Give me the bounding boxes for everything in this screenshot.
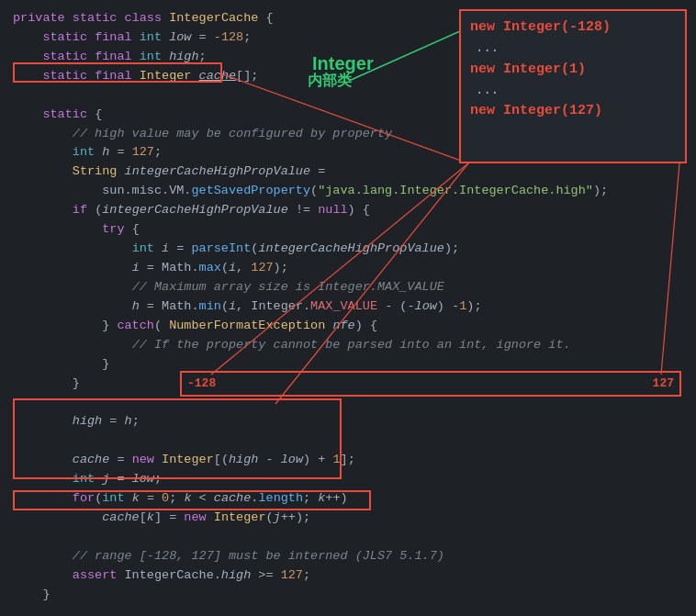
code-line-26: for(int k = 0; k < cache.length; k++)	[13, 489, 683, 509]
annotation-dots-1: ...	[476, 39, 676, 59]
code-line-13: int i = parseInt(integerCacheHighPropVal…	[13, 240, 683, 259]
code-line-14: i = Math.max(i, 127);	[13, 259, 683, 278]
code-line-27: cache[k] = new Integer(j++);	[13, 509, 683, 528]
code-line-31: }	[13, 586, 683, 605]
annotation-box: new Integer(-128) ... new Integer(1) ...…	[459, 9, 687, 163]
array-end-label: 127	[653, 375, 674, 393]
array-visual-bar: -128 127	[180, 371, 681, 397]
annotation-dots-2: ...	[476, 81, 676, 101]
code-line-10: sun.misc.VM.getSavedProperty("java.lang.…	[13, 182, 683, 201]
code-line-24: cache = new Integer[(high - low) + 1];	[13, 451, 683, 470]
annotation-line-1: new Integer(-128)	[470, 17, 676, 39]
code-container: private static class IntegerCache { stat…	[0, 0, 696, 616]
inner-class-label: 内部类	[308, 70, 352, 93]
annotation-line-3: new Integer(127)	[470, 100, 676, 122]
code-line-28	[13, 528, 683, 547]
array-start-label: -128	[187, 375, 216, 393]
code-line-12: try {	[13, 220, 683, 240]
code-line-32	[13, 605, 683, 616]
code-line-29: // range [-128, 127] must be interned (J…	[13, 547, 683, 566]
code-line-18: // If the property cannot be parsed into…	[13, 336, 683, 355]
code-line-9: String integerCacheHighPropValue =	[13, 162, 683, 182]
code-line-15: // Maximum array size is Integer.MAX_VAL…	[13, 278, 683, 297]
code-line-16: h = Math.min(i, Integer.MAX_VALUE - (-lo…	[13, 297, 683, 317]
code-line-30: assert IntegerCache.high >= 127;	[13, 566, 683, 586]
code-line-22: high = h;	[13, 412, 683, 431]
code-line-11: if (integerCacheHighPropValue != null) {	[13, 201, 683, 220]
annotation-line-2: new Integer(1)	[470, 59, 676, 81]
code-line-17: } catch( NumberFormatException nfe) {	[13, 317, 683, 336]
code-line-23	[13, 431, 683, 451]
code-line-25: int j = low;	[13, 470, 683, 489]
